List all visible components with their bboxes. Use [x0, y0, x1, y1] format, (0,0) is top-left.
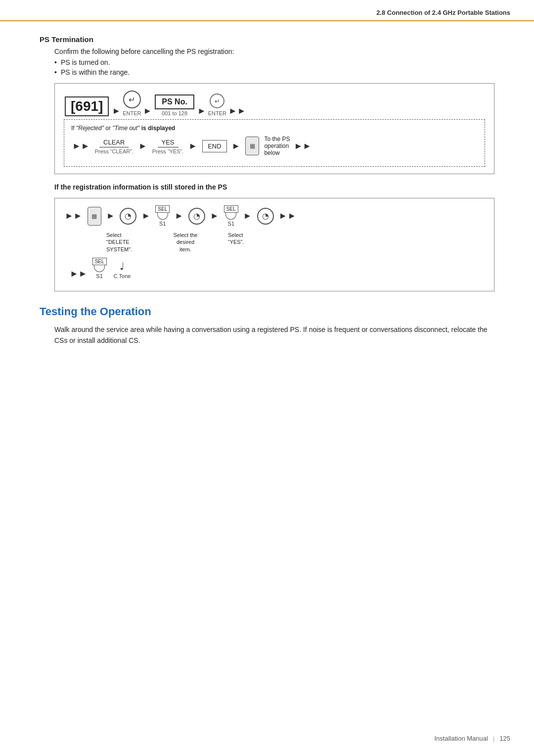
ps-no-key: PS No.: [155, 94, 194, 109]
arrow-1: ►: [112, 106, 121, 116]
diagram-2-row1: ►► ► ◔ ► SEL S1 ►: [64, 205, 485, 227]
ctone-label: C.Tone: [114, 273, 131, 279]
ps-no-range: 001 to 128: [162, 110, 187, 116]
dashed-quoted2: "Time out": [112, 125, 139, 132]
header-section-text: 2.8 Connection of 2.4 GHz Portable Stati…: [376, 9, 510, 16]
yes-group: YES Press “YES”.: [152, 138, 184, 154]
page-footer: Installation Manual | 125: [435, 735, 511, 742]
end-key: END: [202, 140, 226, 152]
enter-group-1: ENTER: [123, 91, 141, 116]
sel-button-1: SEL: [155, 205, 170, 220]
arrow-7: ►: [106, 211, 115, 221]
diagram-1: [691] ► ENTER ► PS No. 001 to 128 ►: [54, 83, 494, 174]
enter-label-1: ENTER: [123, 110, 141, 116]
ps-termination-body: Confirm the following before cancelling …: [54, 47, 494, 291]
arrow-11: ►: [243, 211, 252, 221]
ps-termination-intro: Confirm the following before cancelling …: [54, 47, 494, 55]
key-691-group: [691]: [65, 96, 109, 116]
clear-key: CLEAR: [99, 138, 129, 147]
sel-arc-2: [225, 213, 236, 220]
ctone-group: ♩ C.Tone: [114, 260, 131, 279]
arrow-3: ►: [197, 106, 206, 116]
arrow-10: ►: [210, 211, 219, 221]
press-yes-label: Press “YES”.: [152, 148, 184, 154]
double-arrow-4: ►►: [65, 211, 83, 221]
nav-icon-3: ◔: [257, 208, 274, 225]
double-arrow-1: ►►: [228, 106, 246, 116]
dashed-or: or: [104, 125, 112, 132]
sel-tag-1: SEL: [155, 205, 170, 213]
sel-group-3: SEL S1: [92, 258, 107, 279]
testing-body: Walk around the service area while havin…: [54, 324, 494, 346]
sel-button-2: SEL: [224, 205, 238, 220]
select-delete-label: Select "DELETESYSTEM".: [106, 232, 141, 253]
yes-key: YES: [158, 138, 178, 147]
sel-arc-1: [157, 213, 168, 220]
arrow-5: ►: [188, 141, 197, 151]
dashed-quoted1: "Rejected": [76, 125, 104, 132]
key-691: [691]: [65, 96, 109, 116]
clear-group: CLEAR Press “CLEAR”.: [95, 138, 134, 154]
to-ps-line2: operation: [264, 142, 289, 149]
nav-icon-1: ◔: [120, 208, 136, 225]
arrow-2: ►: [143, 106, 152, 116]
bullet-1: PS is turned on.: [54, 58, 494, 66]
s1-label-3: S1: [96, 273, 102, 279]
ps-termination-title: PS Termination: [40, 35, 494, 44]
sel-arc-3: [94, 265, 105, 272]
page-header: 2.8 Connection of 2.4 GHz Portable Stati…: [0, 0, 534, 21]
arrow-8: ►: [141, 211, 150, 221]
double-arrow-3: ►►: [294, 141, 312, 151]
to-ps-line1: To the PS: [264, 136, 290, 142]
select-desired-label: Select thedesired item.: [171, 232, 200, 253]
ps-termination-bullets: PS is turned on. PS is within the range.: [54, 58, 494, 76]
end-group: END: [202, 140, 226, 152]
phone-icon-2: [88, 207, 101, 226]
footer-separator: |: [493, 735, 494, 742]
sel-button-3: SEL: [92, 258, 107, 272]
sub-section-label: If the registration information is still…: [54, 183, 494, 191]
s1-label-2: S1: [228, 221, 234, 227]
dashed-box-label: If "Rejected" or "Time out" is displayed: [71, 125, 478, 132]
sel-group-1: SEL S1: [155, 205, 170, 227]
testing-title: Testing the Operation: [40, 305, 494, 318]
page-content: PS Termination Confirm the following bef…: [0, 21, 534, 376]
ps-no-group: PS No. 001 to 128: [155, 94, 194, 116]
double-arrow-6: ►►: [70, 269, 88, 279]
testing-text: Walk around the service area while havin…: [54, 324, 494, 346]
dashed-label-prefix: If: [71, 125, 76, 132]
phone-group-2: [88, 207, 101, 226]
diagram-2-labels1: Select "DELETESYSTEM". Select thedesired…: [69, 232, 485, 253]
sel-tag-3: SEL: [92, 258, 107, 265]
phone-group: [245, 137, 259, 155]
press-clear-label: Press “CLEAR”.: [95, 148, 134, 154]
select-yes-label: Select “YES”.: [228, 232, 258, 246]
bullet-2: PS is within the range.: [54, 68, 494, 76]
footer-text: Installation Manual: [435, 735, 488, 742]
nav-icon-2: ◔: [188, 208, 205, 225]
phone-icon: [245, 137, 259, 155]
to-ps-group: To the PS operation below: [264, 136, 290, 156]
enter-group-2: ENTER: [208, 94, 226, 116]
to-ps-line3: below: [264, 149, 279, 156]
arrow-9: ►: [175, 211, 183, 221]
dashed-row: ►► CLEAR Press “CLEAR”. ► YES Press “YES…: [71, 136, 478, 156]
dashed-suffix: is displayed: [139, 125, 175, 132]
enter-label-2: ENTER: [208, 110, 226, 116]
enter-key-1: [123, 91, 141, 108]
ctone-icon: ♩: [120, 260, 124, 272]
enter-key-2: [210, 94, 224, 108]
diagram-2: ►► ► ◔ ► SEL S1 ►: [54, 198, 494, 291]
sel-tag-2: SEL: [224, 205, 238, 213]
nav-group-3: ◔: [257, 208, 274, 225]
footer-page: 125: [499, 735, 510, 742]
diagram-2-row2: ►► SEL S1 ♩ C.Tone: [69, 258, 485, 279]
nav-group-2: ◔: [188, 208, 205, 225]
double-arrow-2: ►►: [72, 141, 90, 151]
arrow-4: ►: [138, 141, 147, 151]
double-arrow-5: ►►: [279, 211, 297, 221]
nav-group-1: ◔: [120, 208, 136, 225]
sel-group-2: SEL S1: [224, 205, 238, 227]
arrow-6: ►: [232, 141, 241, 151]
s1-label-1: S1: [159, 221, 166, 227]
